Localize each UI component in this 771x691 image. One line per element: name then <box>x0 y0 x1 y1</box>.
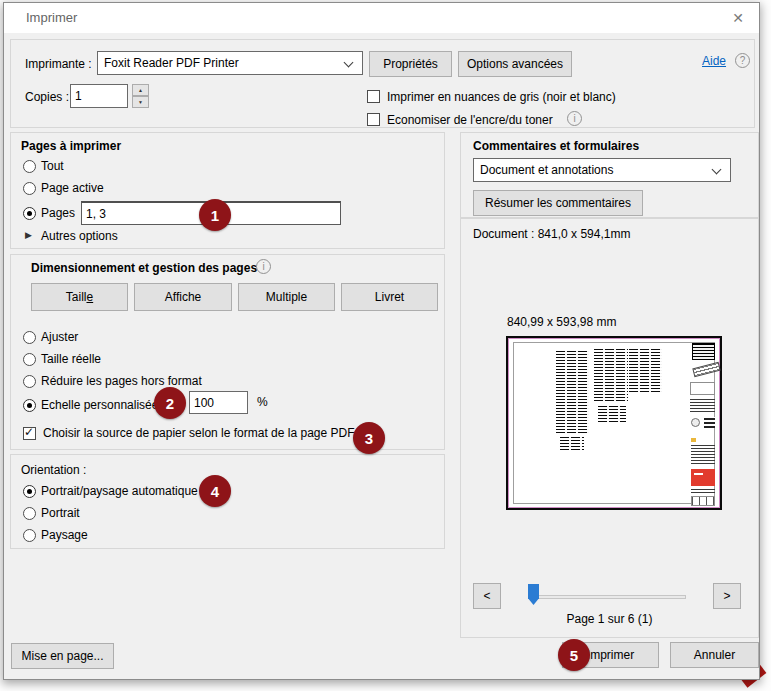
radio-shrink-oversized-label: Réduire les pages hors format <box>41 374 202 388</box>
custom-scale-input[interactable] <box>189 391 248 414</box>
radio-auto-orientation-label: Portrait/paysage automatique <box>41 484 198 498</box>
stepper-up-icon[interactable]: ▲ <box>132 84 149 96</box>
comments-title: Commentaires et formulaires <box>473 139 639 153</box>
annotation-badge-1: 1 <box>199 199 231 231</box>
stepper-down-icon[interactable]: ▼ <box>132 96 149 108</box>
summarize-comments-button[interactable]: Résumer les commentaires <box>473 190 643 216</box>
radio-fit-label: Ajuster <box>41 330 78 344</box>
printer-select[interactable]: Foxit Reader PDF Printer <box>97 51 363 75</box>
poster-button[interactable]: Affiche <box>134 283 232 311</box>
more-options-label[interactable]: Autres options <box>41 229 118 243</box>
page-setup-button[interactable]: Mise en page... <box>11 643 114 669</box>
radio-current-page[interactable] <box>23 182 36 195</box>
radio-current-page-label: Page active <box>41 181 104 195</box>
booklet-button[interactable]: Livret <box>341 283 438 311</box>
radio-custom-scale-label: Echelle personnalisée <box>41 398 158 412</box>
size-button-label: Taill <box>66 290 87 304</box>
previous-page-button[interactable]: < <box>473 583 501 609</box>
printer-section: Imprimante : Foxit Reader PDF Printer Pr… <box>10 39 755 128</box>
preview-text-column <box>560 437 584 451</box>
percent-label: % <box>257 395 268 409</box>
ink-saver-label: Economiser de l'encre/du toner <box>387 113 553 127</box>
preview-page-size-label: 840,99 x 593,98 mm <box>507 315 616 329</box>
check-icon: ✓ <box>24 425 34 439</box>
sizing-info-icon: i <box>256 259 271 274</box>
help-icon[interactable]: ? <box>735 53 750 68</box>
multiple-button[interactable]: Multiple <box>238 283 335 311</box>
printer-select-value: Foxit Reader PDF Printer <box>104 56 239 70</box>
preview-yellow-mark <box>691 438 696 442</box>
radio-pages-range[interactable] <box>23 207 36 220</box>
paper-source-label: Choisir la source de papier selon le for… <box>43 426 355 440</box>
grayscale-checkbox[interactable] <box>367 90 380 103</box>
page-preview-thumbnail <box>506 336 722 510</box>
preview-signature-block <box>691 496 715 506</box>
preview-sidebar-text <box>691 489 715 494</box>
document-size-label: Document : 841,0 x 594,1mm <box>473 227 630 241</box>
cancel-button[interactable]: Annuler <box>670 642 759 668</box>
pages-to-print-title: Pages à imprimer <box>21 139 121 153</box>
size-button[interactable]: Taille <box>31 283 128 311</box>
preview-white-box <box>690 382 715 395</box>
comments-select-value: Document et annotations <box>480 163 613 177</box>
expander-icon[interactable]: ▶ <box>25 230 32 240</box>
preview-text-column <box>594 349 628 402</box>
preview-text-column <box>629 349 662 394</box>
preview-qr-code <box>704 417 715 428</box>
printer-label: Imprimante : <box>25 57 92 71</box>
preview-sidebar-text <box>691 445 715 466</box>
radio-all-pages-label: Tout <box>41 159 64 173</box>
chevron-down-icon <box>344 58 354 68</box>
advanced-options-button[interactable]: Options avancées <box>458 51 572 77</box>
preview-sidebar-text <box>690 399 715 414</box>
radio-custom-scale[interactable] <box>23 399 36 412</box>
radio-fit[interactable] <box>23 331 36 344</box>
annotation-badge-5: 5 <box>558 639 590 671</box>
info-icon: i <box>567 111 582 126</box>
radio-actual-size-label: Taille réelle <box>41 352 101 366</box>
radio-portrait[interactable] <box>23 507 36 520</box>
copies-label: Copies : <box>25 90 69 104</box>
next-page-button[interactable]: > <box>713 583 741 609</box>
radio-actual-size[interactable] <box>23 353 36 366</box>
title-bar: Imprimer ✕ <box>4 3 759 33</box>
preview-title-block <box>692 343 715 360</box>
radio-all-pages[interactable] <box>23 160 36 173</box>
paper-source-checkbox[interactable]: ✓ <box>23 427 36 440</box>
radio-auto-orientation[interactable] <box>23 485 36 498</box>
preview-red-stamp <box>691 469 715 486</box>
print-dialog: Imprimer ✕ Imprimante : Foxit Reader PDF… <box>3 2 760 680</box>
radio-portrait-label: Portrait <box>41 506 80 520</box>
grayscale-label: Imprimer en nuances de gris (noir et bla… <box>387 90 616 104</box>
copies-stepper: ▲ ▼ <box>132 84 149 108</box>
sizing-section: Dimensionnement et gestion des pages i T… <box>10 254 445 450</box>
comments-section: Commentaires et formulaires Document et … <box>460 132 759 218</box>
annotation-badge-4: 4 <box>199 475 231 507</box>
sizing-title: Dimensionnement et gestion des pages <box>31 261 257 275</box>
preview-text-column <box>556 351 589 435</box>
preview-text-column <box>598 406 626 422</box>
radio-shrink-oversized[interactable] <box>23 375 36 388</box>
orientation-section: Orientation : Portrait/paysage automatiq… <box>10 454 445 549</box>
comments-select[interactable]: Document et annotations <box>473 158 731 182</box>
radio-landscape[interactable] <box>23 529 36 542</box>
page-slider-track[interactable] <box>528 595 686 599</box>
close-icon[interactable]: ✕ <box>720 3 756 33</box>
properties-button[interactable]: Propriétés <box>369 51 452 77</box>
page-status: Page 1 sur 6 (1) <box>460 612 759 626</box>
preview-seal <box>691 418 700 427</box>
size-button-accel: e <box>86 290 93 304</box>
orientation-title: Orientation : <box>21 463 86 477</box>
radio-pages-range-label: Pages <box>41 206 75 220</box>
pages-to-print-section: Pages à imprimer Tout Page active Pages … <box>10 132 445 249</box>
radio-landscape-label: Paysage <box>41 528 88 542</box>
annotation-badge-3: 3 <box>353 422 385 454</box>
help-link[interactable]: Aide <box>702 54 726 68</box>
copies-input[interactable] <box>70 84 128 108</box>
chevron-down-icon <box>712 165 722 175</box>
dialog-title: Imprimer <box>26 10 77 25</box>
ink-saver-checkbox[interactable] <box>367 113 380 126</box>
annotation-badge-2: 2 <box>154 387 186 419</box>
